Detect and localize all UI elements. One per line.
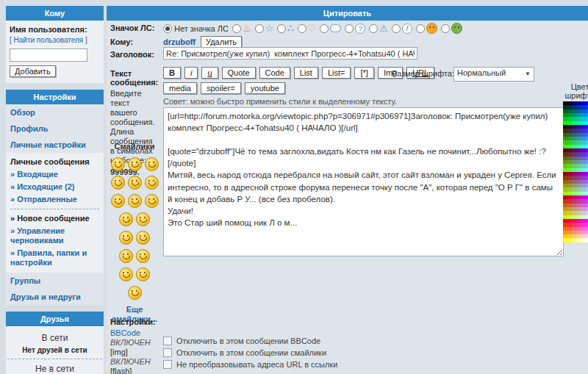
settings-box-title: Настройки [6, 90, 104, 104]
username-input[interactable] [10, 48, 87, 62]
checkbox[interactable] [163, 337, 172, 345]
online-status: Нет друзей в сети [7, 345, 102, 356]
pm-icon-radio[interactable] [255, 24, 264, 33]
bbcode-button[interactable]: List= [322, 67, 351, 79]
pm-icon-radio[interactable] [441, 24, 450, 33]
pm-icon-option[interactable]: ∴ [277, 24, 293, 33]
pm-icon-option[interactable]: ? [345, 24, 365, 34]
smiley-rofl[interactable] [136, 267, 150, 281]
pm-icon-radio[interactable] [277, 24, 286, 33]
pm-icon-row: Нет значка ЛС ♨☆∴♡?⚠f [163, 23, 462, 34]
bbcode-button[interactable]: List [294, 67, 318, 79]
sidebar-pm-item[interactable]: » Правила, папки и настройки [10, 247, 99, 269]
font-size-select[interactable]: Нормальный ▼ [453, 67, 534, 82]
bbcode-button[interactable]: youtube [245, 82, 285, 94]
pm-icon-option[interactable]: ☆ [255, 24, 274, 33]
pm-icon-radio[interactable] [345, 24, 354, 33]
option-checkbox-row[interactable]: Не преобразовывать адреса URL в ссылки [163, 360, 337, 369]
bbcode-button[interactable]: B [163, 67, 181, 79]
sidebar-link[interactable]: Профиль [6, 121, 104, 137]
pm-icon-option[interactable]: ♡ [298, 24, 317, 33]
bbcode-status-name[interactable]: BBCode [110, 328, 158, 338]
bbcode-button[interactable]: Quote [222, 67, 256, 79]
sidebar-link[interactable]: Личные настройки [6, 137, 104, 153]
pm-icon-option[interactable] [416, 23, 437, 34]
smiley-joy[interactable] [136, 249, 150, 263]
pm-icon-none-radio[interactable] [163, 24, 172, 33]
pm-icon-option[interactable]: ♨ [232, 24, 251, 33]
bbcode-options-block: Настройки: BBCodeВКЛЮЧЕН[img]ВКЛЮЧЕН[fla… [110, 317, 158, 374]
smiley-shout[interactable] [128, 194, 142, 208]
smiley-party[interactable] [128, 286, 142, 300]
pm-icon-radio[interactable] [392, 24, 401, 33]
find-user-link[interactable]: [ Найти пользователя ] [10, 36, 100, 44]
checkbox[interactable] [163, 360, 172, 369]
pm-icon-option[interactable] [320, 24, 341, 33]
bbcode-button[interactable]: Code [259, 67, 290, 79]
font-color-palette [563, 101, 588, 242]
sidebar-pm-item[interactable]: » Входящие [10, 168, 99, 181]
bbcode-button[interactable]: i [184, 67, 198, 79]
bbcode-button[interactable]: u [201, 67, 218, 79]
pm-icon-radio[interactable] [416, 24, 425, 33]
smiley-happy[interactable] [111, 194, 125, 208]
font-color-label: Цвет шрифта [558, 82, 588, 100]
pm-items2: » Новое сообщение» Управление черновикам… [10, 212, 99, 269]
font-size-label: Размер шрифта: [392, 69, 454, 78]
smiley-row [109, 284, 160, 302]
paw-icon: ∴ [287, 24, 293, 33]
offline-label: Не в сети [7, 362, 102, 374]
bbcode-status-name: [flash] [110, 367, 158, 374]
smiley-smile[interactable] [136, 212, 150, 226]
pm-icon-label: Значок ЛС: [110, 24, 154, 32]
friends-box-title: Друзья [6, 312, 104, 326]
pm-icon-option[interactable]: f [392, 24, 412, 34]
pm-icon-radio[interactable] [232, 24, 241, 33]
option-checkbox-row[interactable]: Отключить в этом сообщении смайлики [163, 348, 337, 357]
smiley-thinking[interactable] [145, 157, 159, 171]
smiley-crazy[interactable] [145, 194, 159, 208]
message-textarea[interactable]: [url=http://forum.motorka.org/viewtopic.… [163, 107, 564, 256]
smiley-blush[interactable] [119, 212, 133, 226]
friends-box: Друзья В сети Нет друзей в сети Не в сет… [6, 312, 104, 374]
palette-color-cell[interactable] [585, 238, 588, 242]
smiley-frustrated[interactable] [128, 176, 142, 190]
sidebar-link[interactable]: Обзор [6, 104, 104, 121]
pm-icon-radio[interactable] [320, 24, 329, 33]
pm-icon-radio[interactable] [369, 24, 378, 33]
pm-icon-radio[interactable] [298, 24, 306, 33]
pm-icon-option[interactable] [441, 23, 462, 34]
sidebar-pm-item[interactable]: » Управление черновиками [10, 225, 99, 247]
smilies-panel: Смайлики Еще смайлики... [109, 142, 160, 324]
sidebar-link[interactable]: Друзья и недруги [6, 289, 104, 305]
chevron-down-icon: ▼ [525, 71, 531, 77]
smiley-cheer[interactable] [119, 249, 133, 263]
sidebar-pm-item[interactable]: » Исходящие (2) [10, 181, 99, 193]
checkbox[interactable] [163, 348, 172, 357]
smiley-grin[interactable] [111, 157, 125, 171]
bbcode-button[interactable]: media [163, 82, 197, 94]
font-size-value: Нормальный [457, 68, 506, 77]
bbcode-button[interactable]: spoiler= [201, 82, 241, 94]
bbcode-button[interactable]: [*] [354, 67, 373, 79]
sidebar-pm-item[interactable]: » Новое сообщение [10, 212, 99, 225]
option-checkbox-row[interactable]: Отключить в этом сообщении BBCode [163, 337, 337, 345]
subject-input[interactable] [163, 47, 417, 60]
smilies-grid [109, 155, 160, 302]
smiley-cool[interactable] [119, 231, 133, 245]
add-user-button[interactable]: Добавить [10, 65, 56, 77]
sidebar-pm-item[interactable]: » Отправленные [10, 193, 99, 206]
recipient-link[interactable]: drzuboff [163, 37, 196, 46]
smiley-lol[interactable] [119, 267, 133, 281]
pm-icon-option[interactable]: ⚠ [369, 24, 388, 33]
smiley-wink[interactable] [145, 176, 159, 190]
delete-recipient-button[interactable]: Удалить [201, 36, 242, 48]
divider [10, 209, 99, 209]
sidebar-link[interactable]: Группы [6, 273, 104, 289]
pm-items: » Входящие» Исходящие (2)» Отправленные [10, 168, 99, 206]
pm-icon-options: ♨☆∴♡?⚠f [229, 23, 462, 34]
bbcode-status-state: ВКЛЮЧЕН [110, 357, 158, 367]
smiley-laugh[interactable] [128, 157, 142, 171]
smiley-shades[interactable] [136, 231, 150, 245]
smiley-tongue[interactable] [111, 176, 125, 190]
